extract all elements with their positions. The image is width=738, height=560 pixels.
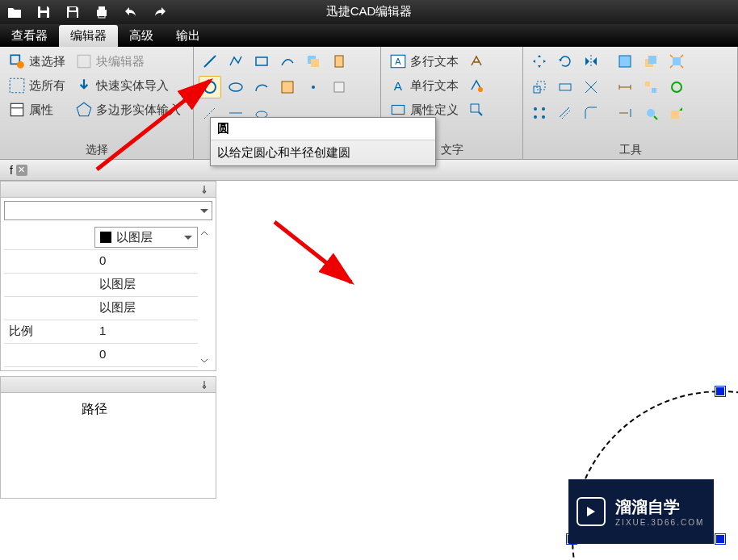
explode-icon[interactable] xyxy=(665,50,688,73)
insert-tool-icon[interactable] xyxy=(328,76,350,98)
svg-point-45 xyxy=(534,107,537,111)
svg-rect-37 xyxy=(537,81,545,90)
mtext-icon: A xyxy=(389,52,407,70)
array-tool-icon[interactable] xyxy=(528,102,551,124)
hatch-tool-icon[interactable] xyxy=(276,76,299,98)
file-tab-label: f xyxy=(10,164,13,177)
break-tool-icon[interactable] xyxy=(639,102,662,124)
svg-point-46 xyxy=(542,107,545,111)
quick-select-label: 速选择 xyxy=(29,54,65,69)
rectangle-tool-icon[interactable] xyxy=(250,50,273,73)
svg-rect-14 xyxy=(256,57,267,65)
properties-button[interactable]: 属性 xyxy=(5,98,69,121)
file-tab[interactable]: f ✕ xyxy=(5,162,32,178)
prop-value[interactable]: 0 xyxy=(94,344,198,367)
attdef-label: 属性定义 xyxy=(410,102,459,118)
ellipse-tool-icon[interactable] xyxy=(224,76,247,98)
scroll-up-icon[interactable] xyxy=(198,227,211,240)
prop-value[interactable]: 以图层 xyxy=(94,297,198,320)
stretch-tool-icon[interactable] xyxy=(554,76,577,98)
line-tool-icon[interactable] xyxy=(199,50,221,73)
point-tool-icon[interactable] xyxy=(302,76,325,98)
svg-point-47 xyxy=(534,115,537,119)
move-tool-icon[interactable] xyxy=(528,50,551,73)
join-tool-icon[interactable] xyxy=(665,102,688,124)
text-button[interactable]: A 单行文本 xyxy=(386,74,462,97)
attdef-icon xyxy=(389,101,407,119)
redo-icon[interactable] xyxy=(149,2,171,23)
svg-point-21 xyxy=(312,86,315,89)
text-edit-icon[interactable] xyxy=(465,74,488,97)
prop-value[interactable]: 0 xyxy=(94,250,198,274)
ribbon-group-tools: 工具 xyxy=(528,141,732,157)
mtext-button[interactable]: A 多行文本 xyxy=(386,50,462,73)
text-find-icon[interactable] xyxy=(465,98,488,121)
prop-value[interactable]: 1 xyxy=(94,320,198,344)
copy-obj-icon[interactable] xyxy=(639,50,662,73)
svg-rect-42 xyxy=(645,81,650,86)
save-icon[interactable] xyxy=(32,2,55,23)
tab-output[interactable]: 输出 xyxy=(165,25,212,47)
ungroup-tool-icon[interactable] xyxy=(665,76,688,98)
pin-icon[interactable] xyxy=(199,380,209,390)
undo-icon[interactable] xyxy=(120,2,142,23)
select-all-button[interactable]: 选所有 xyxy=(5,74,69,97)
svg-rect-8 xyxy=(10,78,24,93)
quick-select-button[interactable]: 速选择 xyxy=(5,50,69,73)
app-title: 迅捷CAD编辑器 xyxy=(326,4,413,19)
svg-rect-2 xyxy=(69,12,77,18)
svg-rect-17 xyxy=(335,56,343,67)
extend-tool-icon[interactable] xyxy=(614,102,636,124)
svg-rect-16 xyxy=(311,59,319,67)
select-icon xyxy=(8,52,26,70)
open-icon[interactable] xyxy=(3,2,26,23)
layer-tool-icon[interactable] xyxy=(614,50,636,73)
grip-center[interactable] xyxy=(715,534,725,544)
close-icon[interactable]: ✕ xyxy=(16,165,27,176)
pin-icon[interactable] xyxy=(199,185,209,194)
tab-editor[interactable]: 编辑器 xyxy=(59,25,118,47)
svg-point-48 xyxy=(542,115,545,119)
print-icon[interactable] xyxy=(90,2,113,23)
copy-tool-icon[interactable] xyxy=(302,50,325,73)
spline-tool-icon[interactable] xyxy=(276,50,299,73)
layer-dropdown[interactable]: 以图层 xyxy=(94,227,198,250)
tree-panel: 路径 xyxy=(0,376,216,499)
polygon-input-button[interactable]: 多边形实体输入 xyxy=(72,98,184,121)
paste-tool-icon[interactable] xyxy=(328,50,350,73)
mtext-label: 多行文本 xyxy=(410,54,459,69)
text-style-icon[interactable] xyxy=(465,50,488,73)
watermark-main: 溜溜自学 xyxy=(615,496,704,518)
fillet-tool-icon[interactable] xyxy=(580,102,602,124)
mirror-tool-icon[interactable] xyxy=(580,50,602,73)
block-editor-button[interactable]: 块编辑器 xyxy=(72,50,184,73)
svg-point-19 xyxy=(229,83,242,91)
tab-advanced[interactable]: 高级 xyxy=(118,25,165,47)
saveas-icon[interactable] xyxy=(61,2,84,23)
separator xyxy=(606,76,610,98)
offset-tool-icon[interactable] xyxy=(554,102,577,124)
svg-rect-0 xyxy=(40,6,47,10)
prop-label xyxy=(4,250,94,274)
separator xyxy=(606,102,610,124)
group-tool-icon[interactable] xyxy=(639,76,662,98)
scroll-down-icon[interactable] xyxy=(198,354,211,367)
tab-viewer[interactable]: 查看器 xyxy=(0,25,59,47)
circle-tool-icon[interactable] xyxy=(199,76,221,98)
svg-rect-9 xyxy=(10,103,23,115)
rotate-tool-icon[interactable] xyxy=(554,50,577,73)
prop-label xyxy=(4,344,94,367)
prop-value[interactable]: 以图层 xyxy=(94,274,198,297)
polyline-tool-icon[interactable] xyxy=(224,50,247,73)
arc-tool-icon[interactable] xyxy=(250,76,273,98)
dim-tool-icon[interactable] xyxy=(614,76,636,98)
watermark-sub: ZIXUE.3D66.COM xyxy=(615,518,704,527)
tree-root[interactable]: 路径 xyxy=(9,401,208,418)
polygon-input-label: 多边形实体输入 xyxy=(96,102,181,118)
scale-tool-icon[interactable] xyxy=(528,76,551,98)
grip-top[interactable] xyxy=(715,387,725,396)
trim-tool-icon[interactable] xyxy=(580,76,602,98)
quick-import-button[interactable]: 快速实体导入 xyxy=(72,74,184,97)
object-type-dropdown[interactable] xyxy=(4,201,212,220)
polygon-icon xyxy=(75,101,93,119)
